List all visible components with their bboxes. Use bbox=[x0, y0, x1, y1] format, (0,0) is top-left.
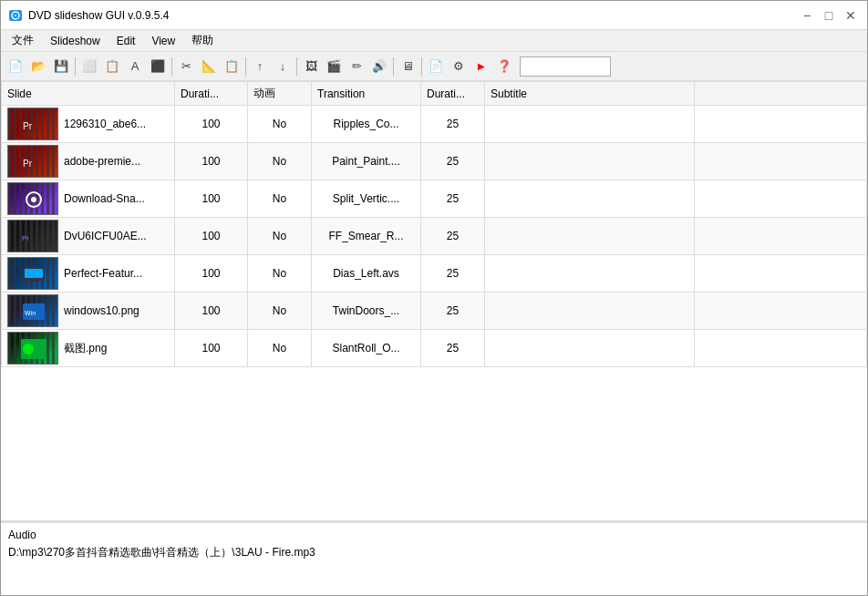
sep-1 bbox=[75, 57, 76, 76]
maximize-button[interactable]: □ bbox=[820, 6, 838, 25]
pen-button[interactable]: ✏ bbox=[346, 56, 367, 77]
menu-view[interactable]: View bbox=[144, 33, 182, 49]
cell-subtitle-3 bbox=[485, 218, 695, 255]
table-row[interactable]: Win windows10.png 100NoTwinDoors_...25 bbox=[2, 293, 867, 330]
cell-duration-4: 100 bbox=[175, 255, 248, 293]
window-title: DVD slideshow GUI v.0.9.5.4 bbox=[28, 9, 170, 22]
cell-extra-2 bbox=[695, 180, 867, 218]
img-button[interactable]: 🖼 bbox=[300, 56, 322, 77]
paste2-button[interactable]: 📋 bbox=[221, 56, 243, 77]
slide-name-2: Download-Sna... bbox=[64, 192, 145, 205]
cell-subtitle-2 bbox=[485, 180, 695, 218]
table-row[interactable]: 截图.png 100NoSlantRoll_O...25 bbox=[2, 330, 867, 367]
cell-duration-2: 100 bbox=[175, 180, 248, 218]
toolbar: 📄 📂 💾 ⬜ 📋 A ⬛ ✂ 📐 📋 ↑ ↓ 🖼 🎬 ✏ 🔊 🖥 📄 ⚙ ▶ … bbox=[1, 52, 867, 81]
slides-table-container[interactable]: Slide Durati... 动画 Transition Durati... … bbox=[1, 81, 867, 522]
save-button[interactable]: 💾 bbox=[50, 56, 72, 77]
slide-cell-6: 截图.png bbox=[2, 330, 175, 367]
slide-thumb-1: Pr bbox=[7, 145, 58, 178]
cell-duration-6: 100 bbox=[175, 330, 248, 367]
svg-text:Win: Win bbox=[25, 310, 36, 316]
cell-transition-1: Paint_Paint.... bbox=[312, 143, 421, 180]
slide-cell-2: Download-Sna... bbox=[2, 180, 175, 218]
copy3-button[interactable]: 📄 bbox=[425, 56, 447, 77]
cell-tduration-4: 25 bbox=[421, 255, 485, 293]
cell-tduration-0: 25 bbox=[421, 106, 485, 143]
cell-animation-3: No bbox=[248, 218, 312, 255]
down-button[interactable]: ↓ bbox=[272, 56, 294, 77]
header-tduration: Durati... bbox=[421, 82, 485, 106]
font-button[interactable]: A bbox=[124, 56, 146, 77]
video-button[interactable]: 🎬 bbox=[323, 56, 345, 77]
header-slide: Slide bbox=[2, 82, 175, 106]
slide-cell-5: Win windows10.png bbox=[2, 293, 175, 330]
svg-text:Pr: Pr bbox=[23, 159, 33, 169]
cell-duration-0: 100 bbox=[175, 106, 248, 143]
yt-button[interactable]: ▶ bbox=[470, 56, 492, 77]
svg-text:Pr: Pr bbox=[23, 121, 33, 131]
table-row[interactable]: Pr DvU6ICFU0AE... 100NoFF_Smear_R...25 bbox=[2, 218, 867, 255]
cell-transition-4: Dias_Left.avs bbox=[312, 255, 421, 293]
new-button[interactable]: 📄 bbox=[5, 56, 26, 77]
title-bar-left: DVD slideshow GUI v.0.9.5.4 bbox=[8, 8, 170, 23]
sep-2 bbox=[171, 57, 172, 76]
slide-thumb-5: Win bbox=[7, 294, 58, 327]
up-button[interactable]: ↑ bbox=[249, 56, 271, 77]
header-animation: 动画 bbox=[248, 82, 312, 106]
cell-animation-1: No bbox=[248, 143, 312, 180]
table-row[interactable]: Download-Sna... 100NoSplit_Vertic....25 bbox=[2, 180, 867, 218]
close-button[interactable]: ✕ bbox=[842, 6, 860, 25]
app-icon bbox=[8, 8, 23, 23]
sep-6 bbox=[421, 57, 422, 76]
cell-subtitle-6 bbox=[485, 330, 695, 367]
cell-extra-4 bbox=[695, 255, 867, 293]
menu-edit[interactable]: Edit bbox=[109, 33, 143, 49]
menu-file[interactable]: 文件 bbox=[5, 31, 41, 50]
paste-button[interactable]: 📋 bbox=[101, 56, 123, 77]
settings-button[interactable]: ⚙ bbox=[448, 56, 470, 77]
cell-animation-0: No bbox=[248, 106, 312, 143]
menu-bar: 文件 Slideshow Edit View 帮助 bbox=[1, 30, 867, 52]
cell-extra-5 bbox=[695, 293, 867, 330]
cell-tduration-3: 25 bbox=[421, 218, 485, 255]
header-subtitle: Subtitle bbox=[485, 82, 695, 106]
cut2-button[interactable]: 📐 bbox=[198, 56, 220, 77]
slide-thumb-4 bbox=[7, 257, 58, 290]
cell-transition-0: Ripples_Co... bbox=[312, 106, 421, 143]
header-transition: Transition bbox=[312, 82, 421, 106]
menu-slideshow[interactable]: Slideshow bbox=[43, 33, 108, 49]
cell-animation-5: No bbox=[248, 293, 312, 330]
slide-name-3: DvU6ICFU0AE... bbox=[64, 230, 147, 242]
menu-help[interactable]: 帮助 bbox=[184, 31, 221, 50]
slide-thumb-2 bbox=[7, 182, 58, 215]
slide-name-1: adobe-premie... bbox=[64, 155, 140, 168]
sep-5 bbox=[393, 57, 394, 76]
cell-animation-2: No bbox=[248, 180, 312, 218]
svg-text:Pr: Pr bbox=[22, 234, 29, 242]
cell-transition-2: Split_Vertic.... bbox=[312, 180, 421, 218]
window-controls: − □ ✕ bbox=[798, 6, 860, 25]
slide-name-4: Perfect-Featur... bbox=[64, 267, 142, 280]
table-row[interactable]: Perfect-Featur... 100NoDias_Left.avs25 bbox=[2, 255, 867, 293]
search-input[interactable] bbox=[520, 57, 611, 77]
open-button[interactable]: 📂 bbox=[27, 56, 49, 77]
audio-path: D:\mp3\270多首抖音精选歌曲\抖音精选（上）\3LAU - Fire.m… bbox=[8, 545, 860, 560]
table-header-row: Slide Durati... 动画 Transition Durati... … bbox=[2, 82, 867, 106]
slide-name-0: 1296310_abe6... bbox=[64, 118, 146, 130]
cell-duration-1: 100 bbox=[175, 143, 248, 180]
cut-button[interactable]: ✂ bbox=[175, 56, 197, 77]
bold-button[interactable]: ⬛ bbox=[147, 56, 169, 77]
minimize-button[interactable]: − bbox=[798, 6, 816, 25]
audio-button[interactable]: 🔊 bbox=[368, 56, 390, 77]
cell-transition-5: TwinDoors_... bbox=[312, 293, 421, 330]
title-bar: DVD slideshow GUI v.0.9.5.4 − □ ✕ bbox=[1, 1, 867, 30]
copy-button[interactable]: ⬜ bbox=[78, 56, 100, 77]
cell-tduration-6: 25 bbox=[421, 330, 485, 367]
cell-tduration-5: 25 bbox=[421, 293, 485, 330]
table-row[interactable]: Pr adobe-premie... 100NoPaint_Paint....2… bbox=[2, 143, 867, 180]
help-button[interactable]: ❓ bbox=[493, 56, 515, 77]
table-row[interactable]: Pr 1296310_abe6... 100NoRipples_Co...25 bbox=[2, 106, 867, 143]
cell-duration-5: 100 bbox=[175, 293, 248, 330]
monitor-button[interactable]: 🖥 bbox=[397, 56, 418, 77]
slide-cell-4: Perfect-Featur... bbox=[2, 255, 175, 293]
